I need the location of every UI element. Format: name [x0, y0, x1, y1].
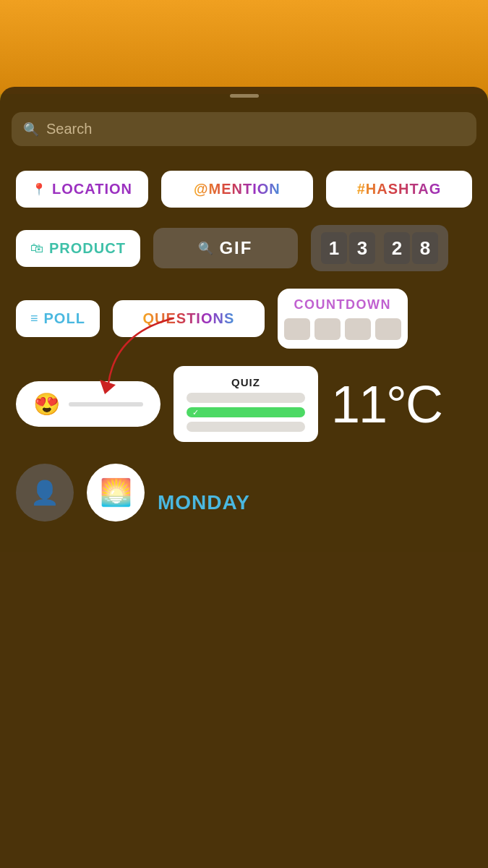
sticker-row-3: ≡ POLL QUESTIONS COUNTDOWN	[16, 289, 472, 349]
sticker-mention[interactable]: @MENTION	[161, 171, 313, 208]
sticker-hashtag[interactable]: #HASHTAG	[326, 171, 472, 208]
bottom-sheet: 🔍 Search 📍 LOCATION @MENTION #HASHTAG 🛍 …	[0, 87, 488, 868]
poll-icon: ≡	[30, 311, 38, 326]
sticker-clock[interactable]: 1 3 2 8	[311, 225, 448, 271]
avatar-icon: 👤	[30, 479, 59, 506]
questions-label: QUESTIONS	[142, 310, 234, 327]
countdown-box-1	[284, 318, 310, 340]
temperature-label: 11°C	[331, 375, 442, 434]
sticker-row-1: 📍 LOCATION @MENTION #HASHTAG	[16, 171, 472, 208]
sticker-row-4: 😍 QUIZ ✓ 11°C	[16, 366, 472, 442]
sticker-monday[interactable]: MONDAY	[158, 491, 250, 522]
clock-hours: 1 3	[321, 232, 375, 264]
sticker-questions[interactable]: QUESTIONS	[113, 300, 265, 337]
product-label: PRODUCT	[49, 240, 126, 257]
search-bar[interactable]: 🔍 Search	[12, 112, 476, 146]
search-icon: 🔍	[23, 122, 39, 137]
sticker-countdown[interactable]: COUNTDOWN	[278, 289, 408, 349]
countdown-box-2	[314, 318, 341, 340]
clock-hour-1: 1	[321, 232, 347, 264]
bottom-row: 👤 🌅 MONDAY	[0, 456, 488, 522]
gif-search-icon: 🔍	[198, 241, 213, 256]
countdown-box-4	[375, 318, 401, 340]
hashtag-label: #HASHTAG	[357, 181, 442, 197]
mention-label: @MENTION	[194, 181, 281, 197]
top-bar	[0, 0, 488, 94]
quiz-option-1	[187, 393, 305, 403]
sticker-location[interactable]: 📍 LOCATION	[16, 171, 148, 208]
stickers-grid: 📍 LOCATION @MENTION #HASHTAG 🛍 PRODUCT 🔍…	[0, 156, 488, 456]
sticker-emoji-slider[interactable]: 😍	[16, 381, 160, 427]
sticker-avatar[interactable]: 👤	[16, 464, 74, 522]
poll-label: POLL	[44, 310, 85, 327]
search-bar-container: 🔍 Search	[0, 102, 488, 156]
sticker-poll[interactable]: ≡ POLL	[16, 300, 100, 337]
location-icon: 📍	[32, 182, 46, 196]
sticker-product[interactable]: 🛍 PRODUCT	[16, 230, 140, 267]
drag-handle[interactable]	[230, 94, 259, 98]
emoji-icon: 😍	[33, 391, 60, 417]
clock-min-1: 2	[384, 232, 410, 264]
sticker-temperature[interactable]: 11°C	[331, 375, 442, 434]
quiz-option-3	[187, 422, 305, 432]
quiz-option-correct: ✓	[187, 407, 305, 417]
location-label: LOCATION	[52, 181, 132, 197]
countdown-boxes	[284, 318, 401, 340]
search-placeholder: Search	[46, 121, 92, 137]
sticker-badge[interactable]: 🌅	[87, 464, 145, 522]
countdown-box-3	[345, 318, 371, 340]
quiz-check-icon: ✓	[192, 408, 199, 417]
bag-icon: 🛍	[30, 241, 43, 256]
badge-emoji: 🌅	[100, 477, 132, 508]
clock-minutes: 2 8	[384, 232, 438, 264]
sticker-quiz[interactable]: QUIZ ✓	[174, 366, 318, 442]
gif-label: GIF	[219, 238, 252, 258]
countdown-label: COUNTDOWN	[294, 297, 391, 312]
clock-hour-2: 3	[349, 232, 375, 264]
sticker-gif[interactable]: 🔍 GIF	[153, 228, 298, 268]
sticker-row-2: 🛍 PRODUCT 🔍 GIF 1 3 2 8	[16, 225, 472, 271]
clock-min-2: 8	[412, 232, 438, 264]
quiz-title: QUIZ	[187, 376, 305, 388]
slider-track[interactable]	[69, 402, 143, 407]
